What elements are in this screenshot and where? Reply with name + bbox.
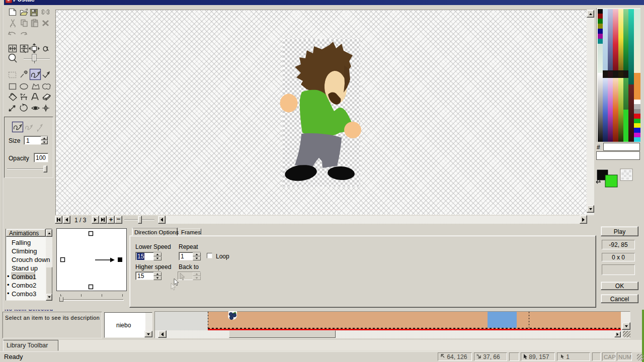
svg-text:#: # xyxy=(597,144,600,151)
